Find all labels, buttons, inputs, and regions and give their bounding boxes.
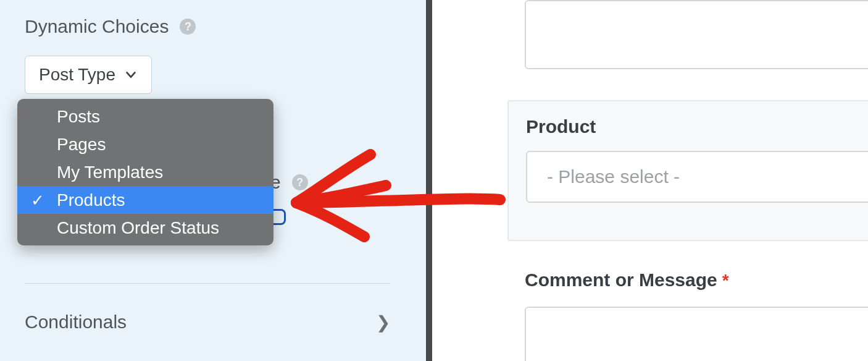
post-type-dropdown: Posts Pages My Templates ✓ Products Cust…: [17, 99, 273, 245]
comment-label-row: Comment or Message *: [525, 270, 729, 291]
form-preview-panel: Product - Please select - Comment or Mes…: [438, 0, 868, 361]
required-icon: *: [722, 271, 729, 291]
dropdown-item-label: Pages: [57, 135, 106, 155]
section-divider: [25, 283, 390, 284]
dropdown-item-posts[interactable]: Posts: [17, 103, 273, 130]
product-field-label: Product: [526, 116, 868, 137]
product-select-placeholder: - Please select -: [547, 166, 680, 187]
check-icon: ✓: [31, 190, 44, 210]
chevron-right-icon: ❯: [376, 312, 390, 333]
product-select[interactable]: - Please select -: [526, 151, 868, 203]
dynamic-choices-select[interactable]: Post Type: [25, 56, 152, 94]
settings-panel: Dynamic Choices ? Post Type e ? Posts Pa…: [0, 0, 432, 361]
comment-textarea[interactable]: [525, 307, 868, 361]
conditionals-section[interactable]: Conditionals ❯: [25, 307, 390, 338]
dropdown-item-pages[interactable]: Pages: [17, 130, 273, 158]
dropdown-item-custom-order-status[interactable]: Custom Order Status: [17, 214, 273, 242]
help-icon[interactable]: ?: [292, 174, 308, 190]
help-icon[interactable]: ?: [180, 19, 196, 35]
dropdown-item-my-templates[interactable]: My Templates: [17, 158, 273, 186]
post-type-select-peek[interactable]: [273, 209, 286, 225]
dynamic-choices-label: Dynamic Choices: [25, 16, 169, 37]
comment-field-label: Comment or Message: [525, 270, 717, 291]
dropdown-item-products[interactable]: ✓ Products: [17, 186, 273, 214]
dynamic-choices-row: Dynamic Choices ?: [25, 16, 401, 37]
dropdown-item-label: Custom Order Status: [57, 218, 219, 238]
previous-text-input[interactable]: [525, 0, 868, 69]
dropdown-item-label: My Templates: [57, 163, 163, 182]
dropdown-item-label: Posts: [57, 107, 100, 127]
conditionals-label: Conditionals: [25, 312, 127, 333]
dropdown-item-label: Products: [57, 190, 125, 210]
product-field-block: Product - Please select -: [507, 100, 868, 241]
chevron-down-icon: [124, 68, 138, 82]
dynamic-choices-value: Post Type: [39, 65, 115, 85]
